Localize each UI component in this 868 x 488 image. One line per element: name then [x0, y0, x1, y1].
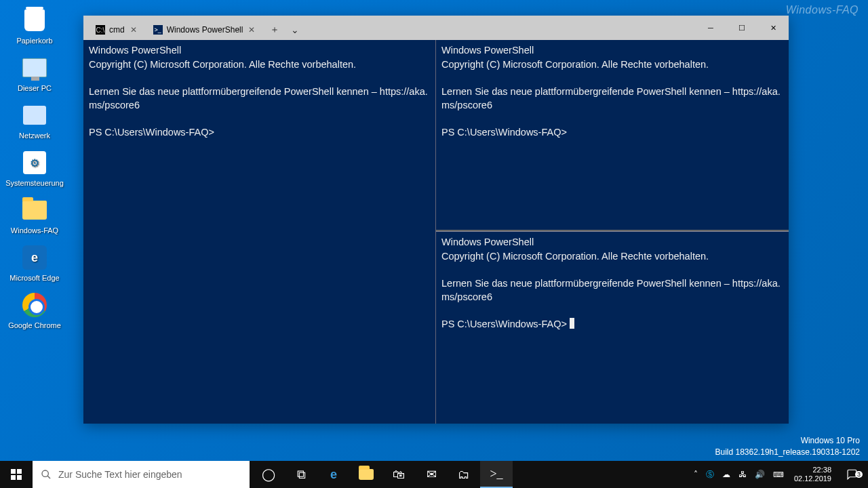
- icon-label: Systemsteuerung: [5, 179, 64, 187]
- terminal-cursor: [570, 318, 574, 329]
- svg-point-0: [42, 470, 48, 476]
- taskbar-app-icon[interactable]: 🗂: [448, 461, 480, 488]
- tab-label: Windows PowerShell: [167, 25, 243, 35]
- taskbar-edge-icon[interactable]: e: [317, 461, 350, 488]
- tab-dropdown-button[interactable]: ⌄: [285, 20, 305, 40]
- terminal-output: Windows PowerShell Copyright (C) Microso…: [83, 40, 435, 144]
- desktop-icon-this-pc[interactable]: Dieser PC: [4, 52, 65, 95]
- terminal-pane-bottom-right[interactable]: Windows PowerShell Copyright (C) Microso…: [436, 231, 789, 424]
- cmd-icon: C:\: [96, 25, 105, 35]
- tray-network-icon[interactable]: 🖧: [735, 470, 750, 479]
- tray-skype-icon[interactable]: Ⓢ: [703, 469, 717, 481]
- system-tray: ˄ Ⓢ ☁ 🖧 🔊 ⌨ 22:38 02.12.2019 3: [690, 461, 868, 488]
- maximize-button[interactable]: ☐: [726, 16, 757, 40]
- powershell-icon: >_: [153, 25, 163, 35]
- taskbar-terminal-icon[interactable]: >_: [480, 461, 513, 488]
- tray-overflow-icon[interactable]: ˄: [690, 470, 701, 479]
- taskbar-clock[interactable]: 22:38 02.12.2019: [789, 466, 837, 483]
- terminal-window: C:\ cmd ✕ >_ Windows PowerShell ✕ ＋ ⌄ ─ …: [83, 16, 789, 424]
- desktop-icon-edge[interactable]: eMicrosoft Edge: [4, 241, 65, 285]
- icon-label: Google Chrome: [8, 321, 61, 329]
- window-controls: ─ ☐ ✕: [695, 16, 789, 40]
- close-tab-icon[interactable]: ✕: [247, 25, 256, 35]
- minimize-button[interactable]: ─: [695, 16, 726, 40]
- icon-label: Windows-FAQ: [11, 226, 58, 235]
- icon-label: Papierkorb: [16, 37, 52, 45]
- terminal-output: Windows PowerShell Copyright (C) Microso…: [436, 40, 789, 144]
- close-button[interactable]: ✕: [757, 16, 789, 40]
- tab-powershell[interactable]: >_ Windows PowerShell ✕: [146, 20, 264, 40]
- icon-label: Netzwerk: [19, 131, 50, 140]
- tray-language-icon[interactable]: ⌨: [770, 470, 787, 479]
- taskbar-taskview-icon[interactable]: ⧉: [285, 461, 317, 488]
- clock-time: 22:38: [794, 466, 831, 474]
- taskbar-search[interactable]: Zur Suche Text hier eingeben: [33, 461, 250, 488]
- close-tab-icon[interactable]: ✕: [129, 25, 138, 35]
- tab-label: cmd: [109, 25, 125, 35]
- watermark-edition: Windows 10 Pro: [715, 435, 860, 447]
- terminal-pane-left[interactable]: Windows PowerShell Copyright (C) Microso…: [83, 40, 436, 424]
- terminal-panes: Windows PowerShell Copyright (C) Microso…: [83, 40, 789, 424]
- taskbar: Zur Suche Text hier eingeben ◯ ⧉ e 🛍 ✉ 🗂…: [0, 461, 868, 488]
- terminal-pane-top-right[interactable]: Windows PowerShell Copyright (C) Microso…: [436, 40, 789, 231]
- desktop-icon-recycle-bin[interactable]: Papierkorb: [4, 4, 65, 47]
- new-tab-button[interactable]: ＋: [264, 20, 285, 40]
- taskbar-cortana-icon[interactable]: ◯: [252, 461, 285, 488]
- taskbar-mail-icon[interactable]: ✉: [415, 461, 448, 488]
- tray-volume-icon[interactable]: 🔊: [751, 470, 768, 479]
- taskbar-apps: ◯ ⧉ e 🛍 ✉ 🗂 >_: [252, 461, 513, 488]
- terminal-output: Windows PowerShell Copyright (C) Microso…: [436, 232, 789, 336]
- desktop-icon-windows-faq[interactable]: Windows-FAQ: [4, 194, 65, 237]
- desktop-icon-chrome[interactable]: Google Chrome: [4, 289, 65, 332]
- action-center-icon[interactable]: 3: [838, 468, 865, 481]
- desktop-icon-control-panel[interactable]: ⚙Systemsteuerung: [4, 146, 65, 190]
- search-icon: [41, 469, 52, 480]
- clock-date: 02.12.2019: [794, 474, 831, 483]
- action-center-badge: 3: [855, 471, 863, 478]
- start-button[interactable]: [0, 461, 33, 488]
- tab-cmd[interactable]: C:\ cmd ✕: [89, 20, 145, 40]
- tray-onedrive-icon[interactable]: ☁: [719, 470, 734, 479]
- desktop-icon-network[interactable]: Netzwerk: [4, 99, 65, 142]
- icon-label: Dieser PC: [18, 84, 52, 92]
- svg-line-1: [47, 476, 50, 479]
- desktop-watermark: Windows 10 Pro Build 18362.19h1_release.…: [715, 435, 860, 458]
- search-placeholder: Zur Suche Text hier eingeben: [58, 469, 182, 480]
- watermark-build: Build 18362.19h1_release.190318-1202: [715, 447, 860, 458]
- titlebar[interactable]: C:\ cmd ✕ >_ Windows PowerShell ✕ ＋ ⌄ ─ …: [83, 16, 789, 40]
- taskbar-explorer-icon[interactable]: [350, 461, 382, 488]
- taskbar-store-icon[interactable]: 🛍: [382, 461, 415, 488]
- tab-strip: C:\ cmd ✕ >_ Windows PowerShell ✕ ＋ ⌄: [83, 16, 695, 40]
- icon-label: Microsoft Edge: [9, 274, 59, 282]
